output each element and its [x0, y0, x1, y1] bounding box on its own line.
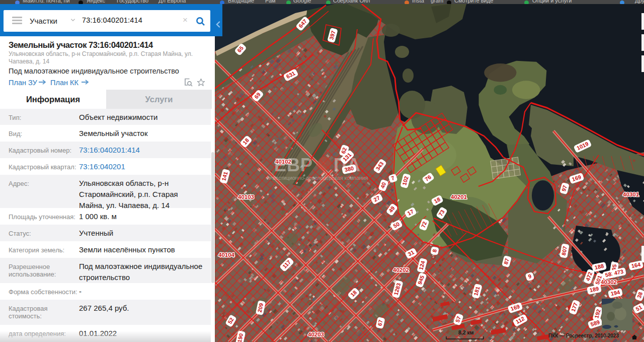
- svg-text:40201: 40201: [451, 194, 467, 200]
- svg-text:40102: 40102: [275, 159, 291, 165]
- svg-text:40202: 40202: [393, 267, 409, 273]
- svg-text:40203: 40203: [308, 331, 324, 337]
- svg-text:40103: 40103: [238, 194, 254, 200]
- svg-text:40104: 40104: [218, 252, 235, 258]
- svg-text:40301: 40301: [623, 191, 639, 197]
- svg-text:40302: 40302: [601, 279, 617, 285]
- svg-text:67: 67: [376, 319, 383, 326]
- svg-text:инвестиционно-девелоперская ко: инвестиционно-девелоперская компания: [267, 175, 368, 181]
- svg-text:ЕВР: ЕВР: [274, 155, 313, 175]
- svg-text:8,2 км: 8,2 км: [458, 329, 474, 335]
- svg-text:ПКК — Росреестр, 2010-2023: ПКК — Росреестр, 2010-2023: [548, 333, 619, 338]
